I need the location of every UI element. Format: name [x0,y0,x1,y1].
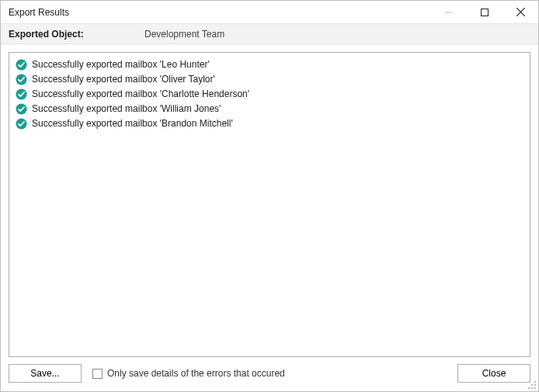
result-text: Successfully exported mailbox 'Charlotte… [32,88,249,99]
exported-object-label: Exported Object: [9,29,144,40]
success-check-icon [16,118,27,130]
close-icon [516,8,525,16]
exported-object-value: Development Team [144,29,224,40]
result-row[interactable]: Successfully exported mailbox 'Brandon M… [16,116,523,130]
export-results-dialog: Export Results Exported Object: Developm… [0,0,539,392]
result-row[interactable]: Successfully exported mailbox 'Oliver Ta… [16,72,523,86]
svg-rect-1 [482,9,489,16]
results-list[interactable]: Successfully exported mailbox 'Leo Hunte… [9,52,530,357]
result-text: Successfully exported mailbox 'Brandon M… [32,118,233,129]
window-controls [431,1,538,23]
maximize-button[interactable] [467,1,502,23]
svg-point-10 [531,384,533,386]
svg-point-12 [528,387,530,389]
result-row[interactable]: Successfully exported mailbox 'William J… [16,102,523,116]
minimize-button[interactable] [431,1,467,23]
result-text: Successfully exported mailbox 'Leo Hunte… [32,59,210,70]
close-button[interactable]: Close [457,364,530,383]
result-text: Successfully exported mailbox 'Oliver Ta… [32,74,215,85]
only-errors-checkbox-label: Only save details of the errors that occ… [107,368,285,379]
dialog-footer: Save... Only save details of the errors … [1,357,538,391]
result-row[interactable]: Successfully exported mailbox 'Leo Hunte… [16,57,523,71]
exported-object-header: Exported Object: Development Team [1,24,538,44]
close-window-button[interactable] [502,1,538,23]
success-check-icon [16,59,27,71]
result-text: Successfully exported mailbox 'William J… [32,103,221,114]
save-button[interactable]: Save... [9,364,82,383]
success-check-icon [16,103,27,115]
window-title: Export Results [1,7,431,18]
maximize-icon [481,9,489,16]
svg-point-11 [534,384,536,386]
svg-point-13 [531,387,533,389]
svg-point-9 [534,381,536,383]
success-check-icon [16,88,27,100]
only-errors-checkbox[interactable] [92,369,103,379]
svg-point-14 [534,387,536,389]
result-row[interactable]: Successfully exported mailbox 'Charlotte… [16,87,523,101]
minimize-icon [445,9,453,16]
only-errors-checkbox-wrap[interactable]: Only save details of the errors that occ… [92,368,285,379]
titlebar[interactable]: Export Results [1,1,538,24]
content-area: Successfully exported mailbox 'Leo Hunte… [1,44,538,357]
success-check-icon [16,74,27,85]
resize-grip-icon[interactable] [527,380,537,390]
